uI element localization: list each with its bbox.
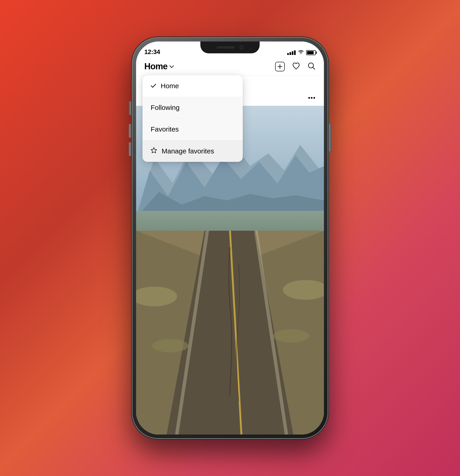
notifications-button[interactable] [292, 62, 300, 71]
phone-notch [200, 42, 260, 53]
header-title-text: Home [144, 61, 168, 71]
dropdown-item-following[interactable]: Following [143, 97, 243, 119]
signal-bars-icon [287, 50, 296, 55]
dropdown-item-manage-favorites[interactable]: Manage favorites [143, 140, 243, 162]
notch-camera [239, 45, 243, 50]
wifi-icon [298, 50, 304, 56]
star-icon [151, 147, 157, 155]
road-surface [136, 231, 324, 434]
dropdown-item-favorites[interactable]: Favorites [143, 119, 243, 140]
feed-filter-dropdown: Home Following Favorites [143, 75, 243, 162]
dropdown-item-manage-label: Manage favorites [162, 147, 214, 155]
svg-point-14 [273, 329, 309, 343]
signal-bar-1 [287, 53, 289, 55]
svg-point-15 [301, 53, 301, 54]
post-more-button[interactable]: ••• [308, 94, 316, 102]
status-time: 12:34 [144, 48, 160, 56]
dropdown-item-favorites-label: Favorites [151, 125, 179, 133]
app-header: Home [136, 58, 324, 76]
status-icons [287, 50, 316, 56]
header-icons [275, 62, 316, 71]
search-button[interactable] [307, 62, 316, 71]
app-content: 12:34 [136, 42, 324, 434]
battery-icon [306, 50, 316, 55]
header-title-area[interactable]: Home [144, 61, 174, 71]
notch-speaker [217, 46, 235, 49]
dropdown-item-following-label: Following [151, 104, 180, 111]
check-icon [151, 83, 156, 90]
signal-bar-3 [292, 51, 293, 55]
svg-point-12 [152, 339, 188, 352]
add-post-button[interactable] [275, 62, 285, 71]
dropdown-item-home-label: Home [161, 82, 179, 90]
phone-frame: 12:34 [132, 37, 328, 439]
battery-fill [307, 51, 314, 54]
signal-bar-4 [294, 50, 296, 55]
signal-bar-2 [290, 52, 291, 55]
dropdown-item-home[interactable]: Home [143, 75, 243, 97]
header-chevron-icon [169, 64, 174, 69]
phone-screen: 12:34 [136, 42, 324, 434]
